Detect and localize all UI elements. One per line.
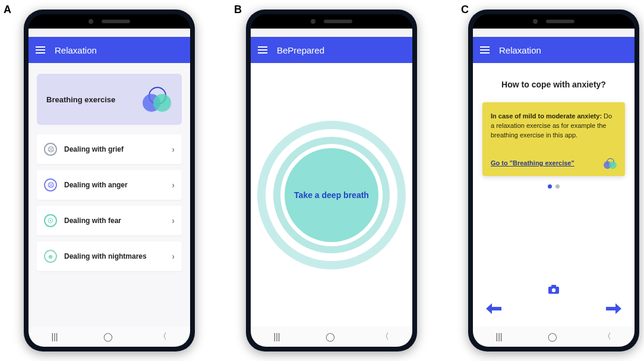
front-camera [533,19,538,24]
page-heading: How to cope with anxiety? [482,80,625,89]
hero-title: Breathing exercise [46,95,115,104]
page-dot-active [548,184,552,189]
app-bar: Relaxation [473,37,634,63]
list-item-grief[interactable]: ☹ Dealing with grief › [37,134,182,164]
camera-icon[interactable] [548,285,560,297]
list-item-nightmares[interactable]: ☻ Dealing with nightmares › [37,241,182,271]
goto-breathing-link[interactable]: Go to "Breathing exercise" [491,158,617,169]
app-title: Relaxation [55,45,97,55]
list-item-label: Dealing with nightmares [64,252,147,260]
goto-link-text: Go to "Breathing exercise" [491,159,574,168]
chevron-right-icon: › [172,145,175,154]
front-camera [311,19,315,24]
back-button[interactable]: 〈 [603,331,611,342]
breathing-exercise-card[interactable]: Breathing exercise [37,74,182,125]
list-item-label: Dealing with anger [64,181,128,189]
page-dot [555,184,560,189]
screen-content: Breathing exercise ☹ Dealing with grief … [29,63,190,327]
menu-icon[interactable] [258,46,267,54]
venn-icon [140,87,172,112]
home-button[interactable]: ◯ [548,332,557,341]
phone-b: BePrepared Take a deep breath ||| ◯ 〈 [246,10,417,351]
phone-c: Relaxation How to cope with anxiety? In … [468,10,639,351]
panel-label-c: C [461,4,469,16]
phone-a: Relaxation Breathing exercise ☹ Dealing … [24,10,195,351]
prev-arrow-button[interactable] [485,301,503,319]
recents-button[interactable]: ||| [496,332,503,341]
phone-hardware-top [29,14,190,29]
face-fear-icon: ☉ [44,214,57,227]
status-bar [251,29,412,37]
next-arrow-button[interactable] [605,301,623,319]
app-title: BePrepared [277,45,324,55]
screen-content: How to cope with anxiety? In case of mil… [473,63,634,327]
earpiece-speaker [546,20,574,23]
earpiece-speaker [324,20,352,23]
panel-label-a: A [4,4,11,16]
list-item-label: Dealing with grief [64,145,124,153]
list-item-anger[interactable]: ☹ Dealing with anger › [37,170,182,200]
recents-button[interactable]: ||| [52,332,58,341]
chevron-right-icon: › [172,216,175,225]
list-item-fear[interactable]: ☉ Dealing with fear › [37,206,182,236]
system-nav-bar: ||| ◯ 〈 [473,327,634,347]
venn-icon [604,158,617,169]
phone-hardware-top [251,14,412,29]
menu-icon[interactable] [480,46,490,54]
svg-point-2 [552,288,555,292]
status-bar [473,29,634,37]
panel-label-b: B [234,4,242,16]
app-bar: BePrepared [251,37,412,63]
page-indicator [482,184,625,189]
app-bar: Relaxation [29,37,190,63]
system-nav-bar: ||| ◯ 〈 [251,327,412,347]
home-button[interactable]: ◯ [103,332,113,341]
phone-hardware-top [473,14,634,29]
chevron-right-icon: › [172,252,175,261]
face-angry-icon: ☹ [44,178,57,192]
system-nav-bar: ||| ◯ 〈 [29,327,190,347]
list-item-label: Dealing with fear [64,216,121,225]
face-tired-icon: ☻ [44,250,57,263]
face-sad-icon: ☹ [44,143,57,156]
home-button[interactable]: ◯ [326,332,335,341]
breath-instruction: Take a deep breath [294,190,369,200]
chevron-right-icon: › [172,180,175,190]
menu-icon[interactable] [36,46,45,54]
app-title: Relaxation [499,45,541,55]
advice-strong: In case of mild to moderate anxiety: [491,112,602,120]
breathing-animation: Take a deep breath [251,63,412,327]
status-bar [29,29,190,37]
advice-card: In case of mild to moderate anxiety: Do … [482,102,625,176]
back-button[interactable]: 〈 [381,331,389,342]
svg-rect-1 [551,285,556,287]
screen-content: Take a deep breath [251,63,412,327]
recents-button[interactable]: ||| [274,332,280,341]
earpiece-speaker [102,20,130,23]
front-camera [89,19,93,24]
back-button[interactable]: 〈 [159,331,167,342]
